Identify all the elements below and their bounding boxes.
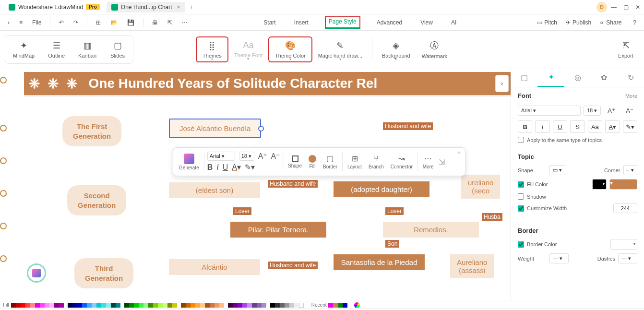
customize-width-checkbox[interactable]: Customize Width [518, 205, 567, 212]
border-color-select[interactable]: ▾ [610, 239, 637, 250]
relation-husband-wife-3[interactable]: Husband and wife [268, 262, 318, 269]
weight-select[interactable]: — ▾ [549, 253, 569, 263]
dashes-select[interactable]: — ▾ [618, 253, 637, 263]
tab-start[interactable]: Start [262, 16, 277, 29]
panel-tab-history[interactable]: ↻ [618, 68, 644, 87]
font-more-link[interactable]: More [625, 93, 637, 99]
pitch-button[interactable]: ▭ Pitch [537, 19, 557, 26]
mindmap-button[interactable]: ✦MindMap [7, 37, 40, 61]
font-color-button[interactable]: A▾ [232, 163, 241, 172]
palette-reds[interactable] [11, 303, 64, 308]
font-decrease-button[interactable]: A⁻ [622, 104, 637, 117]
share-button[interactable]: ∝ Share [600, 19, 621, 26]
watermark-button[interactable]: ⒶWatermark [416, 37, 453, 62]
font-size-select[interactable]: 18 ▾ [584, 106, 601, 116]
panel-tab-style[interactable]: ▢ [511, 68, 537, 87]
export-button[interactable]: ⇱Export [612, 37, 639, 61]
user-avatar[interactable]: D [596, 2, 607, 12]
layout-button[interactable]: ⊞Layout [346, 154, 364, 169]
menu-button[interactable]: ≡ [16, 17, 25, 28]
palette-greens[interactable] [124, 303, 177, 308]
document-tab[interactable]: One Hund...ip Chart × [107, 2, 185, 12]
node-handle[interactable] [258, 126, 264, 131]
new-button[interactable]: ⊞ [93, 17, 104, 28]
node-alcantio[interactable]: Alcántio [169, 259, 260, 275]
tab-view[interactable]: View [418, 16, 435, 29]
save-button[interactable]: 💾 [124, 17, 137, 28]
open-button[interactable]: 📂 [107, 17, 120, 28]
relation-husba[interactable]: Husba [482, 213, 502, 221]
font-name-select[interactable]: Arial ▾ [207, 152, 235, 161]
node-santasofia[interactable]: Santasofia de la Piedad [334, 254, 425, 270]
branch-button[interactable]: ⑂Branch [367, 155, 386, 169]
width-input[interactable] [613, 203, 637, 213]
generation-3-label[interactable]: Third Generation [74, 258, 133, 288]
fill-button[interactable]: Fill [307, 155, 318, 169]
selected-node[interactable]: José Alcántio Buendía [169, 119, 261, 138]
node-pilar[interactable]: Pilar. Pilar Ternera. [230, 222, 326, 238]
pin-icon[interactable]: ✧ [457, 150, 461, 156]
palette-oranges[interactable] [181, 303, 224, 308]
palette-grays[interactable] [270, 303, 304, 308]
side-handle[interactable] [0, 157, 7, 164]
export-quick-button[interactable]: ⇱ [165, 17, 175, 28]
close-tab-icon[interactable]: × [177, 4, 180, 11]
publish-button[interactable]: ✈ Publish [566, 19, 591, 26]
canvas[interactable]: ❈ ❈ ❈ One Hundred Years of Solitude Char… [0, 68, 511, 301]
close-button[interactable]: ✕ [635, 4, 640, 11]
side-handle[interactable] [0, 190, 7, 197]
strikethrough-button[interactable]: S [570, 120, 584, 133]
node-aureliano[interactable]: ureliano(seco [461, 175, 500, 199]
fill-bg-select[interactable]: ▾ [592, 179, 607, 190]
tab-page-style[interactable]: Page Style [325, 16, 360, 29]
tab-ai[interactable]: AI [449, 16, 458, 29]
underline-button[interactable]: U [223, 163, 228, 172]
magic-hand-button[interactable]: ✎Magic hand draw...▾ [312, 37, 368, 61]
more-button[interactable]: ⋯More [421, 154, 436, 169]
shape-button[interactable]: Shape [286, 155, 304, 168]
back-button[interactable]: ‹ [5, 17, 12, 28]
print-button[interactable]: 🖶 [149, 17, 161, 28]
theme-font-button[interactable]: AaTheme Font▾ [228, 37, 268, 61]
ai-fab-button[interactable] [27, 263, 46, 283]
slides-button[interactable]: ▢Slides [104, 37, 131, 61]
file-menu[interactable]: File [29, 17, 44, 28]
fill-color-select[interactable]: ▾ [609, 179, 637, 190]
scroll-right-button[interactable]: › [495, 75, 509, 92]
panel-tab-tag[interactable]: ◎ [564, 68, 591, 87]
generation-1-label[interactable]: The First Generation [62, 116, 121, 146]
color-picker-button[interactable] [354, 302, 360, 308]
font-increase-button[interactable]: A⁺ [604, 104, 619, 117]
app-tab[interactable]: Wondershare EdrawMind Pro [4, 2, 105, 12]
tab-insert[interactable]: Insert [292, 16, 310, 29]
italic-button[interactable]: I [216, 163, 218, 172]
panel-tab-ai[interactable]: ✦ [537, 68, 564, 87]
themes-button[interactable]: ⣿Themes▾ [196, 36, 228, 62]
maximize-button[interactable]: ▢ [623, 4, 629, 11]
bold-button[interactable]: B [207, 163, 213, 172]
node-adopted-daughter[interactable]: (adopted daughter) [334, 181, 429, 197]
canvas-title[interactable]: ❈ ❈ ❈ One Hundred Years of Solitude Char… [24, 72, 511, 95]
generation-2-label[interactable]: Second Generation [67, 185, 126, 215]
relation-husband-wife[interactable]: Husband and wife [383, 122, 433, 130]
add-tab-button[interactable]: + [187, 2, 197, 12]
corner-select[interactable]: ⌐ ▾ [623, 165, 637, 175]
side-handle[interactable] [0, 77, 7, 83]
case-button[interactable]: Aa [588, 120, 602, 133]
side-handle[interactable] [0, 223, 7, 229]
palette-recent[interactable] [328, 303, 347, 308]
border-color-checkbox[interactable]: Border Color [518, 241, 557, 248]
palette-purples[interactable] [228, 303, 266, 308]
underline-button[interactable]: U [553, 120, 567, 133]
highlight-button[interactable]: ✎▾ [623, 120, 637, 133]
font-name-select[interactable]: Arial ▾ [518, 106, 581, 116]
tab-advanced[interactable]: Advanced [375, 16, 404, 29]
node-remedios[interactable]: Remedios. [383, 222, 479, 238]
help-button[interactable]: ? [630, 17, 639, 28]
relation-lover-2[interactable]: Lover [385, 207, 404, 215]
background-button[interactable]: ◈Background▾ [376, 37, 416, 61]
node-aureliano-2[interactable]: Aureliano (assassi [450, 254, 494, 278]
undo-button[interactable]: ↶ [56, 17, 67, 28]
node-eldest-son[interactable]: (eldest son) [169, 182, 260, 198]
shape-select[interactable]: ▭ ▾ [549, 165, 565, 175]
